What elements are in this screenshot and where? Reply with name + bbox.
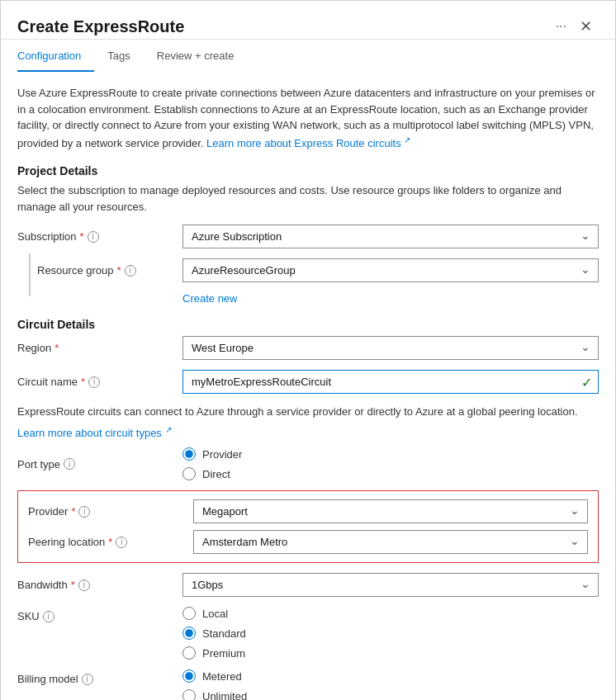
bandwidth-control: 1Gbps — [182, 573, 599, 597]
bandwidth-row: Bandwidth * i 1Gbps — [17, 573, 599, 597]
port-type-provider-label: Provider — [202, 448, 242, 461]
subscription-row: Subscription * i Azure Subscription — [17, 225, 599, 248]
sku-row: SKU i Local Standard Premium — [17, 607, 599, 660]
provider-label: Provider * i — [28, 505, 193, 518]
billing-model-label: Billing model i — [17, 669, 182, 685]
circuit-types-learn-more-link[interactable]: Learn more about circuit types ↗ — [17, 427, 172, 439]
billing-unlimited-option[interactable]: Unlimited — [182, 689, 599, 700]
sku-premium-option[interactable]: Premium — [182, 646, 599, 660]
subscription-select[interactable]: Azure Subscription — [182, 225, 599, 248]
bandwidth-select[interactable]: 1Gbps — [182, 573, 599, 597]
circuit-name-label: Circuit name * i — [17, 376, 182, 388]
create-new-row: Create new — [17, 292, 599, 305]
peering-location-select[interactable]: Amsterdam Metro — [193, 530, 588, 554]
peering-location-select-wrapper: Amsterdam Metro — [193, 530, 588, 554]
tab-bar: Configuration Tags Review + create — [1, 40, 615, 72]
sku-radio-group: Local Standard Premium — [182, 607, 599, 660]
circuit-types-external-link-icon: ↗ — [165, 425, 172, 434]
port-type-intro-text: ExpressRoute circuits can connect to Azu… — [17, 404, 599, 420]
peering-location-info-icon[interactable]: i — [116, 537, 127, 548]
provider-info-icon[interactable]: i — [78, 506, 90, 518]
sku-local-radio[interactable] — [182, 607, 196, 620]
port-type-provider-radio[interactable] — [182, 447, 196, 461]
billing-metered-option[interactable]: Metered — [182, 669, 599, 683]
tab-tags[interactable]: Tags — [107, 40, 143, 72]
subscription-control: Azure Subscription — [182, 225, 599, 248]
expressroute-learn-more-link[interactable]: Learn more about Express Route circuits … — [206, 137, 410, 149]
port-type-info-icon[interactable]: i — [64, 458, 75, 470]
sku-local-label: Local — [202, 608, 228, 620]
sku-info-icon[interactable]: i — [43, 611, 54, 622]
provider-control: Megaport — [193, 499, 588, 523]
port-type-radio-group: Provider Direct — [182, 447, 599, 480]
region-label: Region * — [17, 342, 182, 354]
subscription-label: Subscription * i — [17, 230, 182, 243]
region-select-wrapper: West Europe — [182, 336, 599, 360]
subscription-required: * — [80, 230, 84, 243]
sku-standard-option[interactable]: Standard — [182, 627, 599, 640]
port-type-direct-option[interactable]: Direct — [182, 467, 599, 480]
resource-group-select-wrapper: AzureResourceGroup — [182, 258, 599, 282]
create-expressroute-dialog: Create ExpressRoute ··· ✕ Configuration … — [0, 0, 616, 700]
resource-group-select[interactable]: AzureResourceGroup — [182, 258, 599, 282]
create-new-resource-group-link[interactable]: Create new — [182, 292, 237, 305]
sku-local-option[interactable]: Local — [182, 607, 599, 620]
billing-model-radio-group: Metered Unlimited — [182, 669, 599, 700]
bandwidth-label: Bandwidth * i — [17, 579, 182, 591]
billing-model-row: Billing model i Metered Unlimited — [17, 669, 599, 700]
circuit-name-control: ✓ — [182, 370, 599, 394]
circuit-name-info-icon[interactable]: i — [88, 376, 100, 388]
bandwidth-info-icon[interactable]: i — [78, 579, 90, 591]
sku-standard-radio[interactable] — [182, 627, 196, 640]
circuit-details-title: Circuit Details — [17, 318, 599, 331]
close-button[interactable]: ✕ — [573, 14, 599, 39]
port-type-row: Port type i Provider Direct — [17, 447, 599, 480]
tab-review-create[interactable]: Review + create — [157, 40, 248, 72]
project-details-title: Project Details — [17, 164, 599, 177]
port-type-direct-label: Direct — [202, 468, 230, 480]
port-type-provider-option[interactable]: Provider — [182, 447, 599, 461]
sku-label: SKU i — [17, 607, 182, 622]
port-type-label: Port type i — [17, 458, 182, 471]
dialog-header: Create ExpressRoute ··· ✕ — [1, 1, 615, 40]
region-select[interactable]: West Europe — [182, 336, 599, 360]
sku-premium-label: Premium — [202, 647, 245, 660]
circuit-name-valid-icon: ✓ — [581, 374, 592, 390]
main-content: Use Azure ExpressRoute to create private… — [1, 72, 615, 700]
resource-group-row: Resource group * i AzureResourceGroup — [17, 258, 599, 282]
billing-unlimited-label: Unlimited — [202, 690, 247, 700]
intro-text: Use Azure ExpressRoute to create private… — [17, 85, 599, 151]
peering-location-control: Amsterdam Metro — [193, 530, 588, 554]
provider-select[interactable]: Megaport — [193, 499, 588, 523]
more-options-icon[interactable]: ··· — [556, 19, 566, 34]
provider-peering-section: Provider * i Megaport Peering location * — [17, 490, 599, 563]
tab-configuration[interactable]: Configuration — [17, 40, 94, 72]
external-link-icon: ↗ — [404, 135, 410, 144]
subscription-select-wrapper: Azure Subscription — [182, 225, 599, 248]
region-control: West Europe — [182, 336, 599, 360]
sku-premium-radio[interactable] — [182, 646, 196, 660]
region-row: Region * West Europe — [17, 336, 599, 360]
peering-location-row: Peering location * i Amsterdam Metro — [28, 530, 588, 554]
resource-group-control: AzureResourceGroup — [182, 258, 599, 282]
port-type-control: Provider Direct — [182, 447, 599, 480]
sku-control: Local Standard Premium — [182, 607, 599, 660]
billing-model-info-icon[interactable]: i — [82, 674, 93, 685]
billing-metered-label: Metered — [202, 670, 242, 683]
resource-group-info-icon[interactable]: i — [125, 265, 136, 277]
provider-row: Provider * i Megaport — [28, 499, 588, 523]
billing-unlimited-radio[interactable] — [182, 689, 196, 700]
provider-select-wrapper: Megaport — [193, 499, 588, 523]
subscription-info-icon[interactable]: i — [88, 231, 99, 243]
port-type-direct-radio[interactable] — [182, 467, 196, 480]
circuit-name-input[interactable] — [182, 370, 599, 394]
peering-location-label: Peering location * i — [28, 536, 193, 548]
bandwidth-select-wrapper: 1Gbps — [182, 573, 599, 597]
circuit-name-row: Circuit name * i ✓ — [17, 370, 599, 394]
billing-model-control: Metered Unlimited — [182, 669, 599, 700]
project-details-desc: Select the subscription to manage deploy… — [17, 182, 599, 215]
dialog-title: Create ExpressRoute — [17, 17, 547, 36]
sku-standard-label: Standard — [202, 627, 246, 640]
billing-metered-radio[interactable] — [182, 669, 196, 683]
resource-group-label: Resource group * i — [17, 264, 182, 277]
